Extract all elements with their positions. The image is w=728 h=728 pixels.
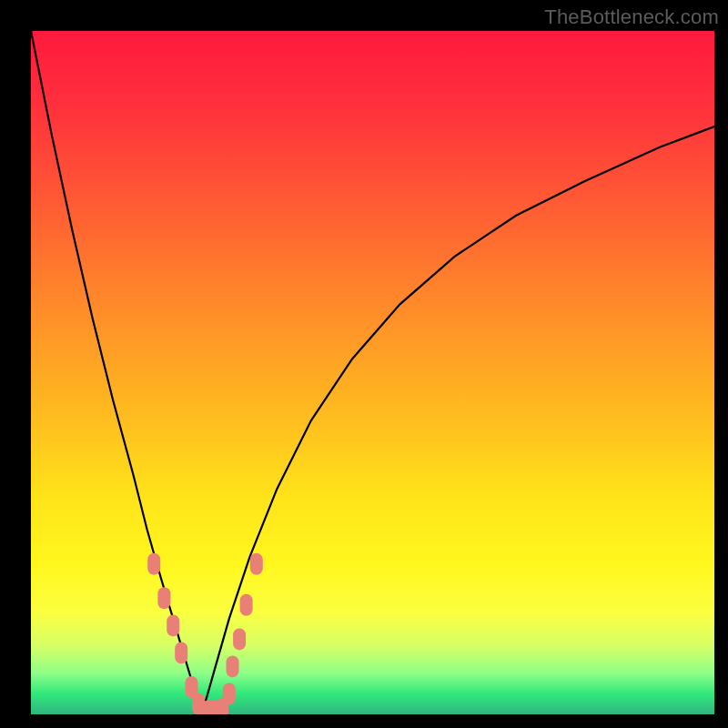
series-left-branch (31, 31, 202, 714)
marker-point (233, 628, 246, 650)
marker-point (223, 683, 236, 705)
series-right-branch (202, 126, 714, 714)
chart-frame: TheBottleneck.com (0, 0, 728, 728)
curve-overlay (31, 31, 714, 714)
highlight-markers (147, 553, 263, 714)
marker-point (175, 642, 187, 663)
marker-point (157, 587, 170, 609)
plot-area (31, 31, 714, 714)
marker-point (147, 553, 160, 575)
marker-point (167, 614, 179, 636)
curve-lines (31, 31, 714, 714)
marker-point (240, 594, 253, 616)
marker-point (250, 553, 263, 575)
marker-point (227, 655, 239, 677)
watermark-label: TheBottleneck.com (544, 5, 719, 29)
